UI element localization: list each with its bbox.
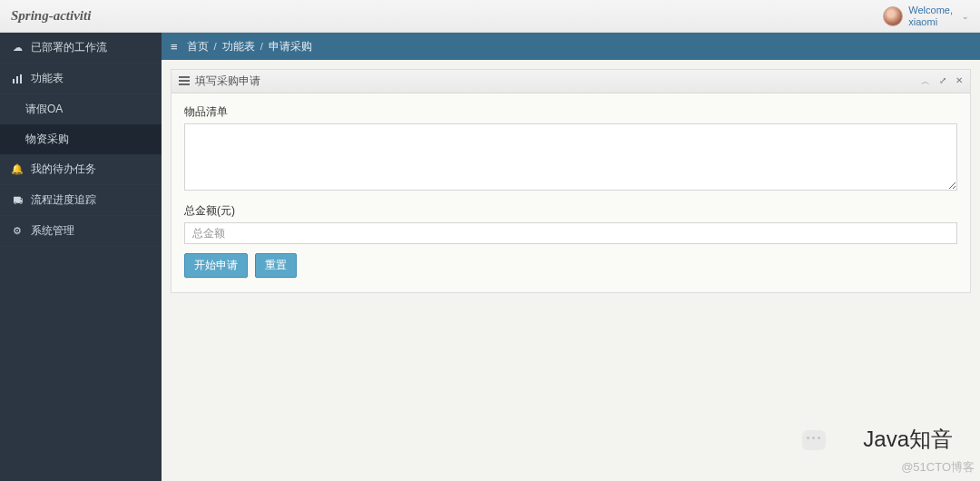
breadcrumb: ≡ 首页 / 功能表 / 申请采购: [162, 33, 980, 60]
watermark-chat-icon: [802, 430, 826, 450]
sidebar-sub-leave[interactable]: 请假OA: [0, 94, 162, 124]
svg-rect-2: [20, 74, 22, 83]
sidebar-item-label: 已部署的工作流: [31, 40, 107, 55]
reset-button[interactable]: 重置: [255, 253, 297, 278]
sidebar-item-label: 系统管理: [31, 223, 74, 239]
chevron-down-icon: ⌄: [962, 12, 969, 21]
list-icon: [179, 76, 190, 87]
breadcrumb-page: 申请采购: [269, 40, 312, 54]
sidebar-item-functions[interactable]: 功能表: [0, 64, 162, 94]
items-textarea[interactable]: [184, 123, 957, 191]
breadcrumb-sep: /: [260, 41, 263, 52]
welcome-label: Welcome,: [908, 5, 953, 15]
sidebar-item-todo[interactable]: 🔔 我的待办任务: [0, 154, 162, 185]
sidebar-sub-purchase[interactable]: 物资采购: [0, 124, 162, 154]
watermark-sub: @51CTO博客: [901, 459, 975, 476]
username-label: xiaomi: [908, 16, 953, 27]
sidebar-item-label: 功能表: [31, 71, 64, 86]
svg-rect-0: [13, 79, 15, 83]
bell-icon: 🔔: [11, 163, 24, 175]
user-menu[interactable]: Welcome, xiaomi ⌄: [883, 5, 969, 26]
sidebar-item-label: 我的待办任务: [31, 162, 96, 177]
chart-icon: [11, 74, 24, 84]
items-label: 物品清单: [184, 104, 957, 120]
sidebar-item-progress[interactable]: ⛟ 流程进度追踪: [0, 185, 162, 216]
avatar: [883, 6, 903, 26]
amount-input[interactable]: [184, 222, 957, 244]
sidebar-item-label: 流程进度追踪: [31, 192, 96, 208]
car-icon: ⛟: [11, 195, 24, 206]
form-panel: 填写采购申请 ︿ ⤢ ✕ 物品清单 总金额(元): [171, 69, 971, 293]
collapse-icon[interactable]: ︿: [921, 75, 930, 88]
submit-button[interactable]: 开始申请: [184, 253, 248, 278]
sidebar-item-system[interactable]: ⚙ 系统管理: [0, 216, 162, 247]
svg-rect-4: [179, 80, 190, 82]
svg-rect-3: [179, 76, 190, 78]
svg-rect-1: [16, 76, 18, 83]
breadcrumb-cat[interactable]: 功能表: [222, 40, 255, 54]
breadcrumb-home[interactable]: 首页: [187, 40, 209, 54]
menu-toggle-icon[interactable]: ≡: [171, 40, 178, 54]
close-icon[interactable]: ✕: [956, 75, 963, 88]
sidebar: ☁ 已部署的工作流 功能表 请假OA 物资采购 🔔 我的待办任务 ⛟ 流程进度追…: [0, 33, 162, 481]
gear-icon: ⚙: [11, 225, 24, 237]
expand-icon[interactable]: ⤢: [939, 75, 946, 88]
svg-rect-5: [179, 83, 190, 85]
watermark-main: Java知音: [863, 425, 953, 454]
app-brand: Spring-activiti: [11, 8, 91, 24]
amount-label: 总金额(元): [184, 203, 957, 219]
breadcrumb-sep: /: [214, 41, 217, 52]
sidebar-item-deployed[interactable]: ☁ 已部署的工作流: [0, 33, 162, 64]
cloud-icon: ☁: [11, 42, 24, 54]
panel-title: 填写采购申请: [195, 74, 260, 88]
